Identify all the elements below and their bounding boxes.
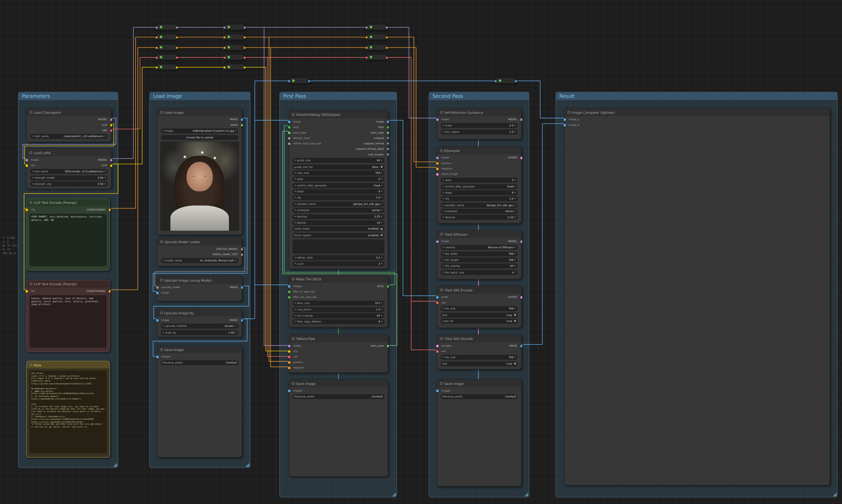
collapse-icon[interactable] [370,56,372,58]
reroute-output-port[interactable] [243,66,246,69]
reroute-input-port[interactable] [155,46,158,49]
collapse-icon[interactable] [160,46,162,49]
reroute-output-port[interactable] [243,36,246,38]
reroute-output-port[interactable] [243,56,246,59]
collapse-icon[interactable] [160,36,162,38]
stat-line: FPS 58.74 [3,252,18,255]
graph-canvas[interactable]: ParametersLoad ImageFirst PassSecond Pas… [0,0,842,504]
collapse-icon[interactable] [228,26,230,29]
reroute-output-port[interactable] [386,56,388,59]
collapsed-reroute-node[interactable] [224,64,245,70]
reroute-input-port[interactable] [155,36,158,38]
reroute-input-port[interactable] [365,36,368,38]
reroute-output-port[interactable] [175,46,178,49]
reroute-input-port[interactable] [155,26,158,29]
collapsed-reroute-node[interactable] [156,64,177,70]
stat-line: N: 37 (27) [3,244,18,248]
stat-line: V: 79 [3,248,18,252]
reroute-output-port[interactable] [386,26,388,29]
collapsed-reroute-node[interactable] [366,24,387,30]
collapse-icon[interactable] [292,79,294,82]
reroute-input-port[interactable] [223,56,226,59]
collapsed-reroute-node[interactable] [289,77,309,84]
collapse-icon[interactable] [370,36,372,38]
collapsed-reroute-node[interactable] [224,54,245,60]
reroute-input-port[interactable] [365,26,368,29]
collapse-icon[interactable] [160,56,162,58]
collapsed-reroute-node[interactable] [156,44,177,50]
collapse-icon[interactable] [160,66,162,68]
perf-stats: T: 0.00sI: 8N: 37 (27)V: 79FPS 58.74 [3,236,18,256]
collapse-icon[interactable] [228,56,230,58]
reroute-input-port[interactable] [365,46,368,49]
reroute-output-port[interactable] [175,56,178,59]
reroute-input-port[interactable] [494,79,497,83]
reroute-input-port[interactable] [288,79,290,83]
collapsed-reroute-node[interactable] [366,54,387,60]
reroute-output-port[interactable] [308,79,311,83]
collapsed-reroute-node[interactable] [224,34,245,40]
collapse-icon[interactable] [370,26,372,29]
reroute-output-port[interactable] [243,46,246,49]
collapse-icon[interactable] [160,26,162,29]
reroute-output-port[interactable] [175,66,178,69]
reroutes-layer [0,0,842,504]
comfyui-viewport: ParametersLoad ImageFirst PassSecond Pas… [0,0,842,504]
collapsed-reroute-node[interactable] [156,24,177,30]
collapsed-reroute-node[interactable] [495,77,516,84]
reroute-input-port[interactable] [155,56,158,59]
reroute-output-port[interactable] [175,36,178,38]
reroute-output-port[interactable] [386,36,388,38]
reroute-output-port[interactable] [243,26,246,29]
collapsed-reroute-node[interactable] [224,44,245,50]
collapse-icon[interactable] [228,36,230,38]
reroute-output-port[interactable] [175,26,178,29]
reroute-input-port[interactable] [223,26,226,29]
reroute-input-port[interactable] [155,66,158,69]
reroute-input-port[interactable] [223,66,226,69]
collapsed-reroute-node[interactable] [224,24,245,30]
reroute-input-port[interactable] [223,36,226,38]
reroute-input-port[interactable] [223,46,226,49]
collapse-icon[interactable] [499,79,501,82]
collapsed-reroute-node[interactable] [366,34,387,40]
reroute-input-port[interactable] [365,56,368,59]
reroute-output-port[interactable] [386,46,388,49]
collapse-icon[interactable] [228,46,230,49]
collapse-icon[interactable] [370,46,372,49]
collapsed-reroute-node[interactable] [366,44,387,50]
collapsed-reroute-node[interactable] [156,34,177,40]
stat-line: T: 0.00s [3,236,18,240]
collapse-icon[interactable] [228,66,230,68]
collapsed-reroute-node[interactable] [156,54,177,60]
stat-line: I: 8 [3,240,18,244]
reroute-output-port[interactable] [515,79,517,83]
